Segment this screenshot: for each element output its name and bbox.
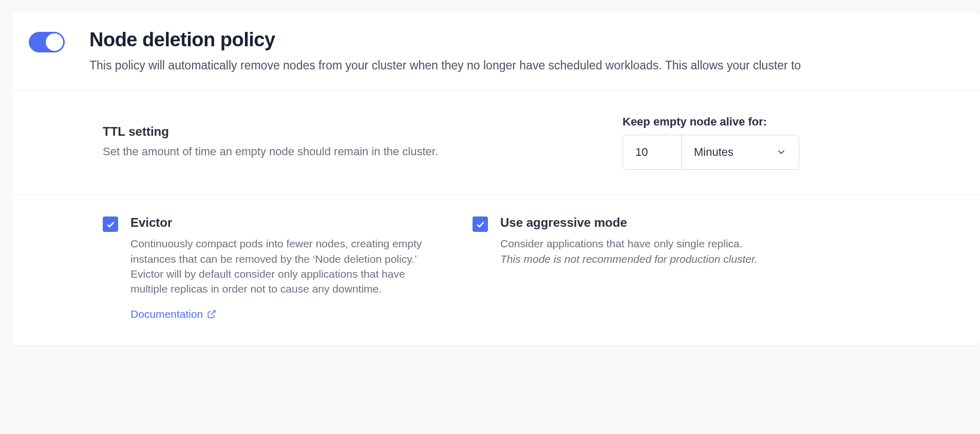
evictor-content: Evictor Continuously compact pods into f… [130,215,431,320]
header-text: Node deletion policy This policy will au… [89,29,964,74]
check-icon [475,219,485,229]
aggressive-mode-desc-line1: Consider applications that have only sin… [500,238,743,249]
evictor-description: Continuously compact pods into fewer nod… [130,236,431,297]
ttl-input-group: Minutes [623,135,799,170]
ttl-label: Keep empty node alive for: [623,115,799,129]
evictor-title: Evictor [130,215,431,230]
svg-line-0 [211,311,215,315]
aggressive-mode-title: Use aggressive mode [500,215,964,230]
ttl-unit-select[interactable]: Minutes [682,135,799,169]
toggle-knob [46,33,63,51]
ttl-controls: Keep empty node alive for: Minutes [623,115,799,170]
aggressive-mode-option: Use aggressive mode Consider application… [473,215,964,320]
ttl-title: TTL setting [103,124,598,139]
toggle-container [29,29,65,52]
node-deletion-policy-card: Node deletion policy This policy will au… [12,12,980,345]
aggressive-mode-desc-line2: This mode is not recommended for product… [500,251,964,266]
options-section: Evictor Continuously compact pods into f… [12,195,980,345]
ttl-unit-label: Minutes [694,146,733,159]
evictor-option: Evictor Continuously compact pods into f… [103,215,431,320]
ttl-text-block: TTL setting Set the amount of time an em… [103,115,598,160]
aggressive-mode-description: Consider applications that have only sin… [500,236,964,266]
ttl-section: TTL setting Set the amount of time an em… [12,91,980,195]
policy-toggle[interactable] [29,32,65,52]
documentation-link[interactable]: Documentation [130,308,216,320]
policy-subtitle: This policy will automatically remove no… [89,57,964,74]
chevron-down-icon [776,147,786,157]
evictor-checkbox[interactable] [103,216,118,232]
ttl-description: Set the amount of time an empty node sho… [103,144,598,160]
external-link-icon [207,310,216,319]
ttl-value-input[interactable] [623,135,682,169]
check-icon [105,219,116,229]
aggressive-mode-checkbox[interactable] [473,216,488,232]
documentation-link-text: Documentation [130,308,203,320]
aggressive-mode-content: Use aggressive mode Consider application… [500,215,964,266]
card-header: Node deletion policy This policy will au… [12,12,980,91]
policy-title: Node deletion policy [89,29,964,51]
